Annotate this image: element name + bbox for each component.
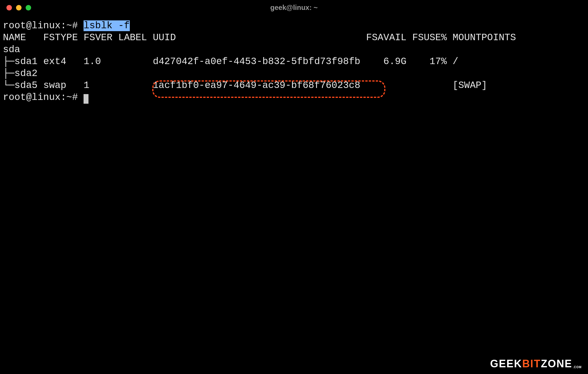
header-row: NAME FSTYPE FSVER LABEL UUID FSAVAIL FSU…	[3, 32, 516, 43]
watermark-suffix: .COM	[573, 366, 582, 369]
cell-fsuse: 17%	[430, 56, 447, 67]
terminal-output[interactable]: root@linux:~# lsblk -f NAME FSTYPE FSVER…	[0, 15, 588, 127]
titlebar: geek@linux: ~	[0, 0, 588, 15]
watermark-part1: GEEK	[490, 358, 522, 370]
watermark-part2: BIT	[522, 358, 541, 370]
col-label: LABEL	[118, 32, 147, 43]
terminal-window: geek@linux: ~ root@linux:~# lsblk -f NAM…	[0, 0, 588, 374]
device-row-sda1: ├─sda1 ext4 1.0 d427042f-a0ef-4453-b832-…	[3, 56, 458, 67]
col-fstype: FSTYPE	[43, 32, 78, 43]
cell-fstype: ext4	[43, 56, 66, 67]
col-fsavail: FSAVAIL	[366, 32, 407, 43]
cell-name: ├─sda1	[3, 56, 38, 67]
col-fsver: FSVER	[84, 32, 112, 43]
watermark-logo: GEEKBITZONE.COM	[490, 358, 582, 370]
col-mountpoints: MOUNTPOINTS	[453, 32, 516, 43]
cell-fsavail: 6.9G	[383, 56, 406, 67]
col-uuid: UUID	[153, 32, 176, 43]
device-row-sda2: ├─sda2	[3, 68, 38, 79]
cell-uuid: 1acf1bf0-ea97-4649-ac39-bf68f76023c8	[153, 80, 360, 91]
cell-name: ├─sda2	[3, 68, 38, 79]
col-name: NAME	[3, 32, 26, 43]
col-fsuse: FSUSE%	[412, 32, 447, 43]
cell-name: └─sda5	[3, 80, 38, 91]
cell-fsver: 1	[84, 80, 89, 91]
window-title: geek@linux: ~	[0, 3, 588, 12]
cursor-icon	[84, 94, 88, 104]
cell-fstype: swap	[43, 80, 66, 91]
entered-command: lsblk -f	[84, 20, 130, 31]
watermark-part3: ZONE	[541, 358, 572, 370]
prompt: root@linux:~#	[3, 92, 84, 103]
cell-mountpoints: /	[453, 56, 458, 67]
cell-name: sda	[3, 44, 20, 55]
cell-fsver: 1.0	[84, 56, 101, 67]
cell-mountpoints: [SWAP]	[453, 80, 487, 91]
device-row-sda5: └─sda5 swap 1 1acf1bf0-ea97-4649-ac39-bf…	[3, 80, 487, 91]
cell-uuid: d427042f-a0ef-4453-b832-5fbfd73f98fb	[153, 56, 360, 67]
device-row-sda: sda	[3, 44, 20, 55]
prompt: root@linux:~#	[3, 20, 84, 31]
